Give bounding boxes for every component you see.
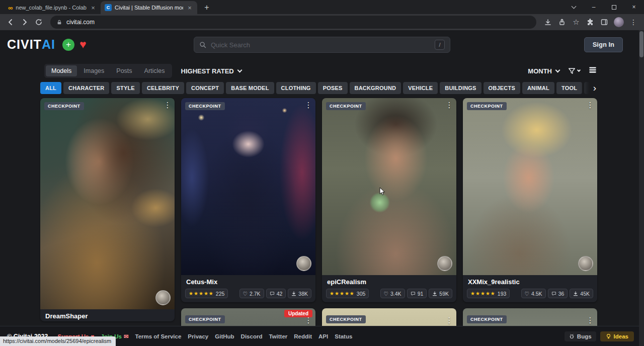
creator-avatar[interactable] <box>578 256 593 271</box>
tab-close-icon[interactable]: × <box>186 4 193 12</box>
chevron-down-icon <box>577 68 581 71</box>
share-icon[interactable] <box>555 16 569 29</box>
side-panel-icon[interactable] <box>598 16 611 29</box>
chip-celebrity[interactable]: CELEBRITY <box>142 82 184 94</box>
envelope-icon: ✉ <box>124 333 129 340</box>
window-minimize-button[interactable]: – <box>584 0 604 14</box>
extensions-puzzle-icon[interactable] <box>584 16 597 29</box>
civitai-logo[interactable]: CIVITAI <box>7 37 55 52</box>
chip-buildings[interactable]: BUILDINGS <box>440 82 481 94</box>
footer-link-reddit[interactable]: Reddit <box>294 333 312 339</box>
chip-background[interactable]: BACKGROUND <box>350 82 401 94</box>
logo-civit-text: CIVIT <box>7 37 42 52</box>
card-menu-kebab-icon[interactable]: ⋮ <box>303 315 313 325</box>
footer-link-github[interactable]: GitHub <box>215 333 234 339</box>
comments-count: 36 <box>558 291 565 297</box>
address-bar[interactable]: civitai.com <box>50 16 536 29</box>
tab-search-chevron-icon[interactable] <box>564 0 584 14</box>
new-tab-button[interactable]: + <box>200 1 213 14</box>
card-menu-kebab-icon[interactable]: ⋮ <box>444 100 454 110</box>
civitai-page: CIVITAI + ♥ / Sign In Models Images Post… <box>0 30 644 346</box>
tab-models[interactable]: Models <box>46 65 77 76</box>
sort-dropdown[interactable]: HIGHEST RATED <box>181 67 242 75</box>
creator-avatar[interactable] <box>296 256 311 271</box>
star-rating-icon: ★★★★★ <box>330 291 355 296</box>
chip-animal[interactable]: ANIMAL <box>522 82 554 94</box>
footer-link-privacy[interactable]: Privacy <box>188 333 208 339</box>
chip-clothing[interactable]: CLOTHING <box>276 82 316 94</box>
tab-civitai[interactable]: C Civitai | Stable Diffusion models, × <box>101 1 197 14</box>
chip-vehicle[interactable]: VEHICLE <box>403 82 438 94</box>
upload-plus-button[interactable]: + <box>62 39 74 51</box>
forward-icon[interactable] <box>18 16 31 29</box>
model-type-badge: CHECKPOINT <box>467 315 507 323</box>
bugs-button[interactable]: Bugs <box>565 331 596 341</box>
model-type-badge: CHECKPOINT <box>326 315 366 323</box>
page-scrollbar[interactable] <box>639 30 644 346</box>
tab-colab[interactable]: ∞ new_colab_file.ipynb - Colaborat × <box>4 1 101 14</box>
filters-row: Models Images Posts Articles HIGHEST RAT… <box>0 59 644 78</box>
reload-icon[interactable] <box>32 16 45 29</box>
tab-posts[interactable]: Posts <box>111 65 137 76</box>
chip-poses[interactable]: POSES <box>318 82 348 94</box>
chip-concept[interactable]: CONCEPT <box>186 82 224 94</box>
downloads-count: 38K <box>298 291 308 297</box>
card-menu-kebab-icon[interactable]: ⋮ <box>585 100 595 110</box>
model-card-dreamshaper[interactable]: CHECKPOINT ⋮ DreamShaper <box>40 98 175 321</box>
chip-character[interactable]: CHARACTER <box>63 82 109 94</box>
model-preview-image: CHECKPOINT ⋮ <box>181 98 315 275</box>
chip-tool[interactable]: TOOL <box>556 82 582 94</box>
tab-close-icon[interactable]: × <box>90 4 97 12</box>
bookmark-star-icon[interactable]: ☆ <box>570 16 583 29</box>
sign-in-button[interactable]: Sign In <box>584 37 623 52</box>
footer-link-status[interactable]: Status <box>335 333 352 339</box>
support-heart-icon[interactable]: ♥ <box>79 39 87 50</box>
layout-toggle-button[interactable] <box>588 65 597 76</box>
comments-count: 42 <box>277 291 283 297</box>
search-bar[interactable]: / <box>194 37 450 53</box>
model-preview-image: CHECKPOINT ⋮ <box>40 98 175 309</box>
card-menu-kebab-icon[interactable]: ⋮ <box>444 315 454 325</box>
window-maximize-button[interactable] <box>604 0 624 14</box>
chevron-down-icon <box>555 67 560 72</box>
tab-articles[interactable]: Articles <box>139 65 171 76</box>
footer-link-terms[interactable]: Terms of Service <box>135 333 181 339</box>
tab-title: Civitai | Stable Diffusion models, <box>115 5 183 11</box>
comment-icon <box>411 291 416 296</box>
chip-style[interactable]: STYLE <box>111 82 139 94</box>
chip-all[interactable]: ALL <box>40 82 61 94</box>
model-type-badge: CHECKPOINT <box>185 102 225 110</box>
browser-tab-strip: ∞ new_colab_file.ipynb - Colaborat × C C… <box>0 0 644 14</box>
likes-count: 4.5K <box>531 291 542 297</box>
filter-button[interactable] <box>568 67 580 75</box>
model-card-cetus-mix[interactable]: CHECKPOINT ⋮ Cetus-Mix ★★★★★ 225 ♡2.7K 4… <box>181 98 315 302</box>
model-card-epicrealism[interactable]: CHECKPOINT ⋮ epiCRealism ★★★★★ 305 ♡3.4K… <box>322 98 456 302</box>
browser-menu-kebab-icon[interactable]: ⋮ <box>627 16 640 29</box>
download-icon <box>291 291 296 296</box>
ideas-button[interactable]: Ideas <box>600 331 634 341</box>
card-menu-kebab-icon[interactable]: ⋮ <box>585 315 595 325</box>
tab-images[interactable]: Images <box>78 65 110 76</box>
period-dropdown[interactable]: MONTH <box>528 67 559 75</box>
model-card-xxmix[interactable]: CHECKPOINT ⋮ XXMix_9realistic ★★★★★ 193 … <box>463 98 597 302</box>
search-input[interactable] <box>211 41 431 49</box>
downloads-icon[interactable] <box>541 16 554 29</box>
downloads-pill: 38K <box>288 289 311 298</box>
scrollbar-thumb[interactable] <box>639 31 643 57</box>
back-icon[interactable] <box>4 16 17 29</box>
chip-objects[interactable]: OBJECTS <box>484 82 520 94</box>
window-close-button[interactable]: × <box>624 0 644 14</box>
comment-icon <box>270 291 275 296</box>
footer-link-api[interactable]: API <box>318 333 328 339</box>
creator-avatar[interactable] <box>437 256 452 271</box>
profile-avatar[interactable] <box>614 17 624 27</box>
creator-avatar[interactable] <box>155 290 171 305</box>
card-menu-kebab-icon[interactable]: ⋮ <box>163 100 173 110</box>
footer-link-twitter[interactable]: Twitter <box>269 333 287 339</box>
chip-base-model[interactable]: BASE MODEL <box>226 82 274 94</box>
card-menu-kebab-icon[interactable]: ⋮ <box>303 100 313 110</box>
chevron-down-icon <box>237 67 242 72</box>
model-title: DreamShaper <box>40 309 175 321</box>
chips-scroll-right-icon[interactable]: › <box>580 82 597 94</box>
footer-link-discord[interactable]: Discord <box>241 333 263 339</box>
